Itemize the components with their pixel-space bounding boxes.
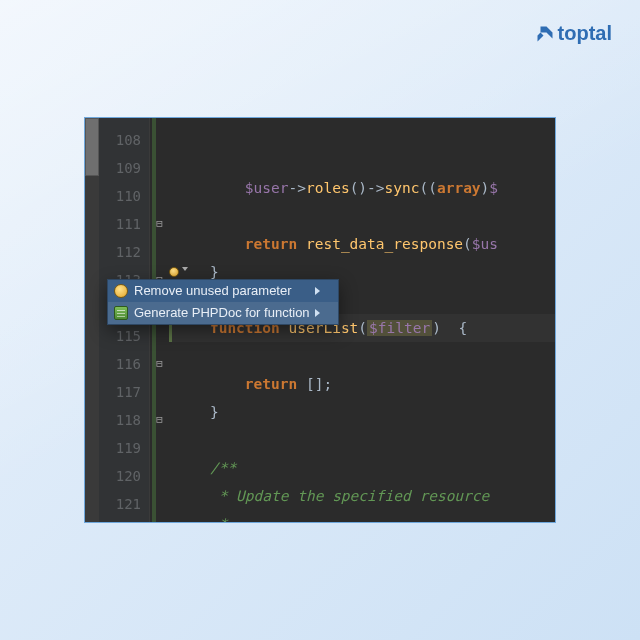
- submenu-arrow-icon: [315, 287, 320, 295]
- token-var: $user: [245, 180, 289, 196]
- line-number: 115: [99, 322, 149, 350]
- line-number: 119: [99, 434, 149, 462]
- phpdoc-icon: [114, 306, 128, 320]
- fold-toggle-icon[interactable]: ⊟: [150, 406, 169, 434]
- line-number: 111: [99, 210, 149, 238]
- token-pad: [175, 180, 245, 196]
- token-doc: * Update the specified resource: [219, 488, 498, 504]
- brand-name: toptal: [558, 22, 612, 45]
- line-number: 121: [99, 490, 149, 518]
- line-number: 110: [99, 182, 149, 210]
- token-pad: [175, 516, 219, 523]
- token-op: [];: [297, 376, 332, 392]
- lightbulb-icon: [114, 284, 128, 298]
- fold-cell: [150, 154, 169, 182]
- token-brace: }: [210, 404, 219, 420]
- token-op: (: [463, 236, 472, 252]
- code-line[interactable]: return [];: [169, 370, 555, 398]
- token-op: [297, 236, 306, 252]
- token-var: $: [489, 180, 498, 196]
- fold-cell: [150, 238, 169, 266]
- code-line[interactable]: /**: [169, 454, 555, 482]
- intention-menu-label: Generate PHPDoc for function: [134, 302, 310, 324]
- submenu-arrow-icon: [315, 309, 320, 317]
- token-fn: roles: [306, 180, 350, 196]
- line-number: 116: [99, 350, 149, 378]
- token-param: $filter: [367, 320, 432, 336]
- token-op: ()->: [350, 180, 385, 196]
- intention-bulb-icon[interactable]: [166, 264, 182, 280]
- fold-cell: [150, 490, 169, 518]
- fold-cell: [150, 378, 169, 406]
- code-line[interactable]: return rest_data_response($us: [169, 230, 555, 258]
- token-doc: *: [219, 516, 228, 523]
- fold-cell: [150, 434, 169, 462]
- token-pad: [175, 488, 219, 504]
- token-fn: sync: [385, 180, 420, 196]
- token-kw: array: [437, 180, 481, 196]
- fold-toggle-icon[interactable]: ⊟: [150, 350, 169, 378]
- line-number: 108: [99, 126, 149, 154]
- brand-glyph-icon: [536, 25, 554, 43]
- code-line[interactable]: *: [169, 510, 555, 523]
- token-pad: [175, 460, 210, 476]
- token-kw: return: [245, 236, 297, 252]
- line-number: 109: [99, 154, 149, 182]
- token-op: (: [358, 320, 367, 336]
- token-op: ((: [419, 180, 436, 196]
- fold-cell: [150, 462, 169, 490]
- fold-cell: [150, 126, 169, 154]
- code-line[interactable]: [169, 202, 555, 230]
- intention-menu: Remove unused parameterGenerate PHPDoc f…: [107, 279, 339, 325]
- scrollbar-thumb[interactable]: [85, 118, 99, 176]
- line-number: 117: [99, 378, 149, 406]
- token-var: $us: [472, 236, 498, 252]
- code-line[interactable]: [169, 342, 555, 370]
- fold-cell: [150, 182, 169, 210]
- code-line[interactable]: [169, 426, 555, 454]
- vertical-scrollbar[interactable]: [85, 118, 99, 522]
- intention-menu-item[interactable]: Remove unused parameter: [108, 280, 338, 302]
- token-op: ->: [289, 180, 306, 196]
- brand-logo: toptal: [536, 22, 612, 45]
- line-number: 118: [99, 406, 149, 434]
- intention-menu-item[interactable]: Generate PHPDoc for function: [108, 302, 338, 324]
- token-pad: [175, 404, 210, 420]
- fold-cell: [150, 322, 169, 350]
- code-line[interactable]: * Update the specified resource: [169, 482, 555, 510]
- token-pad: [175, 236, 245, 252]
- code-line[interactable]: }: [169, 398, 555, 426]
- token-kw: return: [245, 376, 297, 392]
- fold-toggle-icon[interactable]: ⊟: [150, 210, 169, 238]
- token-pad: [175, 376, 245, 392]
- token-doc: /**: [210, 460, 236, 476]
- code-line[interactable]: $user->roles()->sync((array)$: [169, 174, 555, 202]
- token-brace: {: [458, 320, 467, 336]
- line-number: 112: [99, 238, 149, 266]
- intention-menu-label: Remove unused parameter: [134, 280, 292, 302]
- token-op: ): [432, 320, 458, 336]
- token-brace: }: [210, 264, 219, 280]
- line-number: 120: [99, 462, 149, 490]
- token-fn: rest_data_response: [306, 236, 463, 252]
